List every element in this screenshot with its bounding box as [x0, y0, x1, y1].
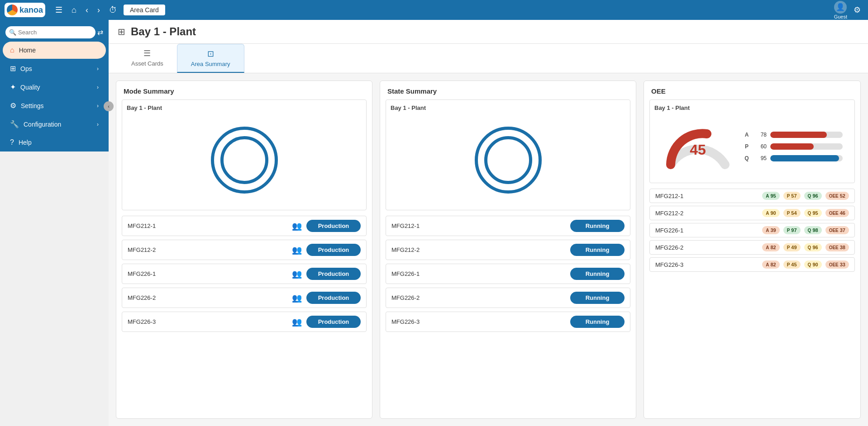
asset-cards-tab-label: Asset Cards — [131, 60, 163, 67]
oee-q-track — [770, 155, 843, 161]
breadcrumb: Area Card — [124, 5, 165, 15]
sidebar-label-home: Home — [19, 47, 36, 54]
state-machine-rows: MFG212-1 Running MFG212-2 Running MFG226… — [380, 216, 636, 337]
machine-name: MFG226-1 — [655, 227, 758, 234]
mode-summary-title: Mode Summary — [116, 81, 372, 99]
mode-button[interactable]: Production — [306, 220, 361, 232]
oee-panel-title: OEE — [644, 81, 860, 99]
machine-name: MFG226-1 — [128, 270, 287, 277]
machine-name: MFG212-2 — [655, 210, 758, 217]
state-button[interactable]: Running — [570, 244, 625, 256]
oee-a-track — [770, 132, 843, 138]
state-button[interactable]: Running — [570, 316, 625, 328]
machine-icon: 👥 — [292, 293, 302, 303]
forward-button[interactable]: › — [95, 4, 103, 17]
machine-icon: 👥 — [292, 269, 302, 279]
back-button[interactable]: ‹ — [83, 4, 91, 17]
settings-nav-button[interactable]: ⚙ — [851, 3, 863, 17]
table-row: MFG212-2 Running — [386, 240, 630, 260]
tab-area-summary[interactable]: ⊡ Area Summary — [177, 44, 244, 73]
table-row: MFG212-1 👥 Production — [122, 216, 367, 236]
oee-badge-q: Q98 — [804, 226, 822, 234]
oee-p-fill — [770, 143, 814, 150]
state-button[interactable]: Running — [570, 292, 625, 304]
logo-area: kanoa — [5, 3, 45, 17]
state-summary-title: State Summary — [380, 81, 636, 99]
configuration-icon: 🔧 — [10, 120, 19, 128]
state-button[interactable]: Running — [570, 268, 625, 280]
mode-donut-chart — [208, 124, 281, 196]
oee-badge-a: A39 — [762, 226, 779, 234]
help-icon: ? — [10, 138, 14, 147]
oee-badge-oee: OEE37 — [825, 226, 849, 234]
sidebar-item-settings[interactable]: ⚙ Settings › — [3, 97, 106, 114]
oee-badge-a: A90 — [762, 209, 779, 217]
tab-asset-cards[interactable]: ☰ Asset Cards — [118, 44, 177, 73]
machine-name: MFG212-2 — [128, 246, 287, 253]
oee-badge-p: P54 — [783, 209, 801, 217]
state-summary-inner-title: Bay 1 - Plant — [391, 104, 625, 111]
top-navigation: kanoa ☰ ⌂ ‹ › ⏱ Area Card 👤 Guest ⚙ — [0, 0, 868, 20]
settings-icon: ⚙ — [10, 101, 16, 110]
mode-button[interactable]: Production — [306, 268, 361, 280]
oee-q-fill — [770, 155, 839, 161]
table-row: MFG226-1 Running — [386, 264, 630, 284]
sidebar-item-home[interactable]: ⌂ Home — [3, 42, 106, 59]
oee-a-fill — [770, 132, 827, 138]
mode-button[interactable]: Production — [306, 292, 361, 304]
mode-button[interactable]: Production — [306, 244, 361, 256]
machine-icon: 👥 — [292, 245, 302, 255]
sidebar-item-help[interactable]: ? Help — [3, 134, 106, 151]
oee-badge-oee: OEE38 — [825, 243, 849, 251]
machine-icon: 👥 — [292, 221, 302, 231]
area-summary-tab-label: Area Summary — [191, 61, 230, 67]
state-button[interactable]: Running — [570, 220, 625, 232]
sidebar-label-configuration: Configuration — [24, 121, 61, 128]
machine-name: MFG226-1 — [391, 270, 566, 277]
user-avatar: 👤 — [834, 1, 847, 14]
machine-name: MFG226-2 — [128, 294, 287, 301]
search-icon: 🔍 — [9, 29, 16, 36]
oee-q-value: 95 — [754, 155, 767, 161]
table-row: MFG226-2 A82 P49 Q96 OEE38 — [649, 240, 855, 255]
mode-button[interactable]: Production — [306, 316, 361, 328]
table-row: MFG212-1 A95 P57 Q96 OEE52 — [649, 189, 855, 203]
panels-area: Mode Summary Bay 1 - Plant MFG212-1 👥 — [109, 73, 868, 426]
svg-point-3 — [481, 133, 535, 187]
table-row: MFG226-1 👥 Production — [122, 264, 367, 284]
state-donut-container — [391, 115, 625, 205]
home-nav-button[interactable]: ⌂ — [69, 4, 79, 17]
state-summary-panel: State Summary Bay 1 - Plant MFG212-1 Run… — [380, 80, 636, 419]
table-row: MFG212-2 A90 P54 Q95 OEE46 — [649, 206, 855, 220]
mode-summary-panel: Mode Summary Bay 1 - Plant MFG212-1 👥 — [116, 80, 372, 419]
oee-panel: OEE Bay 1 - Plant 45 — [644, 80, 861, 419]
history-button[interactable]: ⏱ — [106, 4, 120, 17]
oee-inner-title: Bay 1 - Plant — [654, 104, 850, 111]
configuration-chevron: › — [97, 121, 99, 128]
sidebar-collapse-button[interactable]: ‹ — [104, 101, 114, 111]
oee-bar-p: P 60 — [743, 143, 843, 150]
search-filter-button[interactable]: ⇄ — [97, 28, 103, 37]
machine-name: MFG212-1 — [655, 193, 758, 199]
oee-badge-p: P97 — [783, 226, 801, 234]
user-menu[interactable]: 👤 Guest — [834, 1, 847, 19]
state-summary-inner: Bay 1 - Plant — [386, 99, 630, 210]
sidebar-item-configuration[interactable]: 🔧 Configuration › — [3, 115, 106, 133]
oee-machine-rows: MFG212-1 A95 P57 Q96 OEE52 MFG212-2 A90 … — [644, 189, 860, 277]
table-row: MFG226-2 Running — [386, 288, 630, 308]
search-input[interactable] — [5, 26, 95, 38]
hamburger-button[interactable]: ☰ — [52, 3, 65, 17]
area-icon: ⊞ — [118, 26, 125, 37]
oee-badge-q: Q96 — [804, 243, 822, 251]
user-label: Guest — [834, 14, 847, 19]
oee-gauge: 45 — [662, 119, 734, 174]
svg-point-1 — [217, 133, 272, 187]
oee-badge-a: A82 — [762, 260, 779, 269]
state-donut-chart — [472, 124, 544, 196]
sidebar-item-ops[interactable]: ⊞ Ops › — [3, 60, 106, 77]
asset-cards-tab-icon: ☰ — [143, 48, 151, 58]
search-box: 🔍 ⇄ — [5, 26, 103, 38]
sidebar-label-settings: Settings — [21, 102, 44, 109]
logo: kanoa — [5, 3, 45, 17]
sidebar-item-quality[interactable]: ✦ Quality › — [3, 78, 106, 96]
